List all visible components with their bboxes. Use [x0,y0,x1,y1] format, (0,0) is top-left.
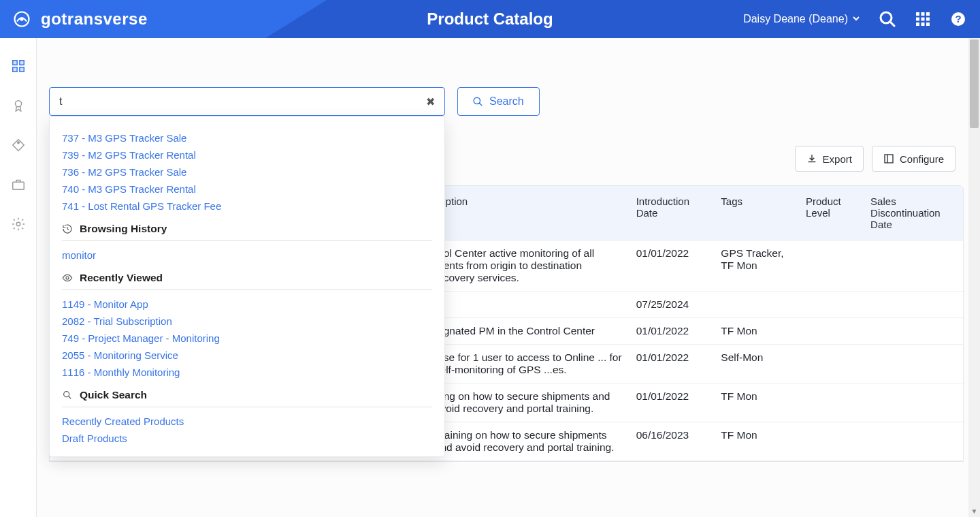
search-button-label: Search [489,95,524,108]
search-button[interactable]: Search [457,87,540,116]
col-description-header[interactable]: ...iption [428,186,630,240]
quick-search-title: Quick Search [80,389,147,401]
scroll-thumb[interactable] [970,40,979,128]
user-name: Daisy Deane (Deane) [743,13,848,25]
header-right: Daisy Deane (Deane) ? [743,11,966,27]
quick-search-section: Quick Search Recently Created Products D… [62,389,432,447]
browsing-history-title: Browsing History [80,223,167,235]
svg-rect-5 [916,18,919,21]
svg-rect-8 [916,22,919,26]
apps-icon[interactable] [915,11,931,27]
cell-tags: TF Mon [714,318,799,345]
cell-description [428,292,630,318]
content-actions: Export Configure [795,146,956,172]
recent-item[interactable]: 2082 - Trial Subscription [62,313,432,330]
suggestion-item[interactable]: 736 - M2 GPS Tracker Sale [62,163,432,181]
export-label: Export [823,153,852,165]
svg-rect-2 [916,12,919,16]
suggestion-item[interactable]: 737 - M3 GPS Tracker Sale [62,129,432,146]
cell-disc [864,383,963,422]
cell-level [799,383,864,422]
cell-description: Training on how to secure shipments and … [428,422,630,461]
page-title: Product Catalog [427,10,553,29]
user-menu[interactable]: Daisy Deane (Deane) [743,13,860,25]
content-area: ✖ Search 737 - M3 GPS Tracker Sale 739 -… [37,38,980,517]
help-icon[interactable]: ? [950,11,966,27]
search-box[interactable]: ✖ [49,87,445,116]
col-discontinuation-header[interactable]: Sales Discontinuation Date [864,186,963,240]
suggestion-item[interactable]: 740 - M3 GPS Tracker Rental [62,181,432,198]
logo-icon [12,10,31,29]
sidebar-badge-icon[interactable] [11,98,26,113]
col-tags-header[interactable]: Tags [714,186,799,240]
cell-intro: 07/25/2024 [630,292,715,318]
export-button[interactable]: Export [795,146,864,172]
cell-description: ...gnated PM in the Control Center [428,318,630,345]
configure-button[interactable]: Configure [872,146,956,172]
svg-rect-13 [12,61,16,65]
svg-point-22 [64,392,69,397]
search-icon[interactable] [879,11,896,27]
search-input[interactable] [59,95,426,108]
cell-intro: 01/01/2022 [630,383,715,422]
browsing-history-section: Browsing History monitor [62,223,432,264]
layout-icon [883,153,894,164]
svg-point-18 [17,142,19,144]
cell-description: ...ng on how to secure shipments and avo… [428,383,630,422]
sidebar-catalog-icon[interactable] [11,59,26,74]
cell-description: ...ol Center active monitoring of all ..… [428,240,630,292]
suggestion-item[interactable]: 741 - Lost Rental GPS Tracker Fee [62,198,432,215]
cell-tags: TF Mon [714,383,799,422]
sidebar-settings-icon[interactable] [11,217,26,232]
cell-level [799,292,864,318]
caret-down-icon [852,13,860,25]
cell-tags: Self-Mon [714,345,799,383]
vertical-scrollbar[interactable]: ▲ ▼ [968,38,980,517]
cell-level [799,345,864,383]
quick-item[interactable]: Draft Products [62,430,432,447]
cell-tags [714,292,799,318]
sidebar-tag-icon[interactable] [11,138,26,153]
svg-point-21 [66,277,69,279]
search-dropdown: 737 - M3 GPS Tracker Sale 739 - M2 GPS T… [49,116,445,457]
svg-rect-9 [921,22,925,26]
eye-icon [62,272,73,283]
cell-intro: 06/16/2023 [630,422,715,461]
download-icon [806,153,817,164]
history-item[interactable]: monitor [62,247,432,264]
sidebar-briefcase-icon[interactable] [11,177,26,192]
cell-description: ...se for 1 user to access to Online ...… [428,345,630,383]
cell-disc [864,422,963,461]
recent-item[interactable]: 1149 - Monitor App [62,296,432,313]
svg-rect-4 [926,12,930,16]
cell-level [799,422,864,461]
recently-viewed-header: Recently Viewed [62,272,432,290]
svg-rect-15 [12,67,16,72]
quick-item[interactable]: Recently Created Products [62,413,432,430]
brand-area[interactable]: gotransverse [0,10,148,29]
svg-rect-19 [12,182,24,189]
cell-disc [864,345,963,383]
recent-item[interactable]: 2055 - Monitoring Service [62,347,432,364]
recent-item[interactable]: 1116 - Monthly Monitoring [62,364,432,381]
col-level-header[interactable]: Product Level [799,186,864,240]
svg-rect-3 [921,12,925,16]
svg-rect-23 [885,155,893,163]
clear-icon[interactable]: ✖ [426,95,435,108]
svg-point-20 [16,222,20,226]
recently-viewed-title: Recently Viewed [80,272,163,284]
svg-text:?: ? [955,13,961,25]
col-introduction-header[interactable]: Introduction Date [630,186,715,240]
cell-intro: 01/01/2022 [630,345,715,383]
cell-disc [864,292,963,318]
cell-intro: 01/01/2022 [630,318,715,345]
recent-item[interactable]: 749 - Project Manager - Monitoring [62,330,432,347]
scroll-down-icon[interactable]: ▼ [968,505,980,517]
sidebar [0,38,37,517]
configure-label: Configure [900,153,944,165]
cell-level [799,240,864,292]
cell-disc [864,318,963,345]
svg-rect-10 [926,22,930,26]
suggestion-item[interactable]: 739 - M2 GPS Tracker Rental [62,146,432,163]
magnifier-icon [62,390,73,401]
